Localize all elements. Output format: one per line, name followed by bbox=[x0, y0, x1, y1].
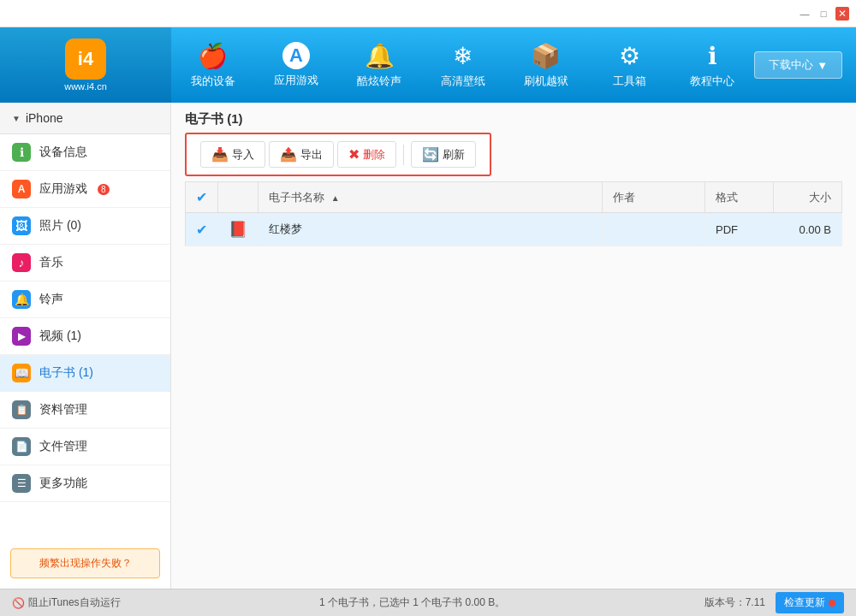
download-icon: ▼ bbox=[817, 59, 828, 72]
table-row[interactable]: ✔ 📕 红楼梦 PDF 0.00 B bbox=[186, 213, 842, 246]
apps-badge: 8 bbox=[98, 184, 110, 195]
device-arrow-icon: ▼ bbox=[12, 114, 21, 123]
sidebar-item-data-mgmt[interactable]: 📋 资料管理 bbox=[0, 392, 170, 429]
nav-ringtones-icon: 🔔 bbox=[365, 42, 395, 70]
logo-area: i4 www.i4.cn bbox=[0, 27, 171, 103]
nav-tools[interactable]: ⚙ 工具箱 bbox=[599, 27, 659, 103]
nav-ringtones-label: 酷炫铃声 bbox=[357, 74, 401, 89]
col-file-icon bbox=[218, 182, 259, 213]
nav-wallpapers[interactable]: ❄ 高清壁纸 bbox=[433, 27, 493, 103]
nav-jailbreak[interactable]: 📦 刷机越狱 bbox=[516, 27, 576, 103]
row-check-icon: ✔ bbox=[196, 222, 207, 237]
nav-tutorials-label: 教程中心 bbox=[690, 74, 734, 89]
sidebar-item-more[interactable]: ☰ 更多功能 bbox=[0, 465, 170, 502]
troubleshoot-button[interactable]: 频繁出现操作失败？ bbox=[10, 548, 160, 578]
ebooks-icon: 📖 bbox=[12, 364, 31, 382]
sidebar-item-apps[interactable]: A 应用游戏 8 bbox=[0, 171, 170, 208]
sidebar-label-music: 音乐 bbox=[39, 255, 63, 270]
sidebar-label-more: 更多功能 bbox=[39, 476, 87, 491]
content-area: 电子书 (1) 📥 导入 📤 导出 ✖ 删除 🔄 刷新 bbox=[171, 103, 856, 589]
nav-apps-label: 应用游戏 bbox=[274, 73, 318, 88]
close-button[interactable]: ✕ bbox=[835, 7, 849, 21]
row-name-cell: 红楼梦 bbox=[259, 213, 603, 246]
nav-tools-label: 工具箱 bbox=[613, 74, 646, 89]
sidebar-item-device-info[interactable]: ℹ 设备信息 bbox=[0, 134, 170, 171]
import-button[interactable]: 📥 导入 bbox=[200, 141, 265, 168]
delete-button[interactable]: ✖ 删除 bbox=[337, 141, 396, 168]
delete-icon: ✖ bbox=[348, 146, 360, 163]
toolbar: 📥 导入 📤 导出 ✖ 删除 🔄 刷新 bbox=[185, 133, 491, 176]
nav-ringtones[interactable]: 🔔 酷炫铃声 bbox=[349, 27, 409, 103]
file-mgmt-icon: 📄 bbox=[12, 437, 31, 456]
maximize-button[interactable]: □ bbox=[817, 7, 830, 21]
row-size-cell: 0.00 B bbox=[774, 213, 842, 246]
sidebar-item-videos[interactable]: ▶ 视频 (1) bbox=[0, 318, 170, 355]
sidebar-item-ebooks[interactable]: 📖 电子书 (1) bbox=[0, 355, 170, 392]
import-icon: 📥 bbox=[211, 146, 229, 163]
update-indicator bbox=[829, 600, 835, 607]
sidebar-label-device-info: 设备信息 bbox=[39, 145, 87, 160]
sidebar-label-apps: 应用游戏 bbox=[39, 181, 87, 197]
status-bar: 🚫 阻止iTunes自动运行 1 个电子书，已选中 1 个电子书 0.00 B。… bbox=[0, 589, 856, 616]
app-subtitle: www.i4.cn bbox=[64, 81, 107, 92]
device-info-icon: ℹ bbox=[12, 143, 31, 162]
apps-icon: A bbox=[12, 180, 31, 198]
import-label: 导入 bbox=[232, 147, 254, 163]
sidebar: ▼ iPhone ℹ 设备信息 A 应用游戏 8 🖼 照片 (0) ♪ 音乐 🔔… bbox=[0, 103, 171, 589]
main-area: ▼ iPhone ℹ 设备信息 A 应用游戏 8 🖼 照片 (0) ♪ 音乐 🔔… bbox=[0, 103, 856, 589]
nav-apps-games[interactable]: A 应用游戏 bbox=[266, 27, 326, 103]
nav-wallpapers-label: 高清壁纸 bbox=[441, 74, 485, 89]
nav-jailbreak-icon: 📦 bbox=[531, 42, 561, 70]
pdf-icon: 📕 bbox=[229, 221, 247, 238]
version-label: 版本号：7.11 bbox=[704, 595, 765, 610]
refresh-button[interactable]: 🔄 刷新 bbox=[411, 141, 476, 168]
export-icon: 📤 bbox=[280, 146, 297, 163]
delete-label: 删除 bbox=[363, 147, 385, 163]
device-name: iPhone bbox=[26, 111, 63, 125]
toolbar-divider bbox=[403, 145, 404, 165]
photos-icon: 🖼 bbox=[12, 216, 31, 235]
nav-tutorials[interactable]: ℹ 教程中心 bbox=[682, 27, 742, 103]
download-label: 下载中心 bbox=[769, 57, 813, 73]
header-check-icon[interactable]: ✔ bbox=[196, 190, 207, 204]
ringtones-icon: 🔔 bbox=[12, 290, 31, 309]
col-size: 大小 bbox=[774, 182, 842, 213]
col-check: ✔ bbox=[186, 182, 218, 213]
nav-apps-icon: A bbox=[282, 42, 310, 69]
nav-my-device[interactable]: 🍎 我的设备 bbox=[183, 27, 243, 103]
nav-device-label: 我的设备 bbox=[191, 74, 235, 89]
export-button[interactable]: 📤 导出 bbox=[269, 141, 334, 168]
minimize-button[interactable]: — bbox=[798, 7, 811, 21]
refresh-label: 刷新 bbox=[443, 147, 465, 163]
status-left: 🚫 阻止iTunes自动运行 bbox=[12, 595, 121, 610]
sort-icon: ▲ bbox=[331, 193, 340, 203]
sidebar-label-videos: 视频 (1) bbox=[39, 329, 81, 344]
status-info: 1 个电子书，已选中 1 个电子书 0.00 B。 bbox=[319, 595, 505, 610]
app-logo: i4 bbox=[65, 38, 106, 80]
check-update-button[interactable]: 检查更新 bbox=[776, 592, 844, 613]
itunes-icon: 🚫 bbox=[12, 597, 25, 609]
content-title: 电子书 (1) bbox=[171, 103, 856, 127]
more-icon: ☰ bbox=[12, 474, 31, 493]
nav-wallpapers-icon: ❄ bbox=[453, 42, 473, 70]
nav-device-icon: 🍎 bbox=[198, 42, 228, 70]
update-label: 检查更新 bbox=[784, 595, 825, 610]
device-header: ▼ iPhone bbox=[0, 103, 170, 134]
table-area: ✔ 电子书名称 ▲ 作者 格式 大小 bbox=[171, 181, 856, 589]
itunes-label: 阻止iTunes自动运行 bbox=[28, 595, 121, 610]
ebooks-table: ✔ 电子书名称 ▲ 作者 格式 大小 bbox=[185, 181, 842, 246]
sidebar-item-file-mgmt[interactable]: 📄 文件管理 bbox=[0, 429, 170, 465]
videos-icon: ▶ bbox=[12, 327, 31, 346]
data-mgmt-icon: 📋 bbox=[12, 400, 31, 419]
sidebar-item-music[interactable]: ♪ 音乐 bbox=[0, 245, 170, 281]
itunes-toggle-button[interactable]: 🚫 阻止iTunes自动运行 bbox=[12, 595, 121, 610]
sidebar-item-ringtones[interactable]: 🔔 铃声 bbox=[0, 281, 170, 318]
download-center-button[interactable]: 下载中心 ▼ bbox=[754, 51, 842, 79]
sidebar-label-photos: 照片 (0) bbox=[39, 218, 81, 234]
nav-tools-icon: ⚙ bbox=[619, 42, 640, 70]
sidebar-item-photos[interactable]: 🖼 照片 (0) bbox=[0, 208, 170, 245]
nav-jailbreak-label: 刷机越狱 bbox=[524, 74, 568, 89]
sidebar-bottom: 频繁出现操作失败？ bbox=[0, 538, 170, 589]
refresh-icon: 🔄 bbox=[422, 146, 439, 163]
sidebar-label-file-mgmt: 文件管理 bbox=[39, 439, 87, 454]
